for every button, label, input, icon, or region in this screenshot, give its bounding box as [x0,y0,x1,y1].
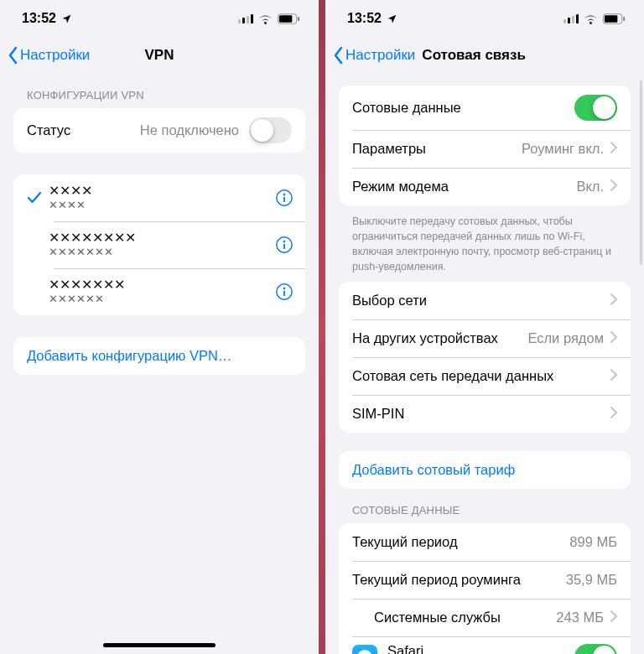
other-devices-value: Если рядом [527,330,604,346]
cellular-data-row[interactable]: Сотовые данные [339,86,631,130]
svg-rect-14 [623,17,625,21]
network-card: Выбор сети На других устройствах Если ря… [339,282,631,433]
hotspot-label: Режим модема [352,179,449,195]
chevron-right-icon [610,141,617,157]
vpn-config-server: ✕✕✕✕ [49,200,273,212]
svg-rect-5 [283,197,285,202]
sim-pin-row[interactable]: SIM-PIN [339,395,631,433]
page-title: Сотовая связь [422,47,526,64]
network-selection-row[interactable]: Выбор сети [339,282,631,319]
nav-bar: Настройки VPN [0,37,319,74]
cellular-options-row[interactable]: Параметры Роуминг вкл. [339,130,631,168]
status-row: Статус Не подключено [13,108,305,153]
options-value: Роуминг вкл. [522,141,604,157]
nav-bar: Настройки Сотовая связь [325,37,644,74]
battery-icon [603,13,626,24]
scroll-indicator[interactable] [640,80,642,265]
cellular-main-card: Сотовые данные Параметры Роуминг вкл. Ре… [339,86,631,205]
app-name: Safari [387,643,425,655]
hotspot-value: Вкл. [576,179,604,195]
vpn-config-name: ✕✕✕✕✕✕✕✕ [49,231,273,246]
wifi-icon [258,13,273,24]
app-safari-toggle[interactable] [574,644,617,654]
system-services-row[interactable]: Системные службы 243 МБ [339,599,631,636]
info-icon [275,189,293,207]
system-services-label: Системные службы [352,610,556,625]
chevron-right-icon [610,406,617,422]
add-vpn-config-label: Добавить конфигурацию VPN… [27,348,231,364]
cellular-data-toggle[interactable] [574,95,617,121]
status-time: 13:52 [22,11,56,26]
other-devices-label: На других устройствах [352,330,498,346]
info-button[interactable] [273,281,295,303]
back-button[interactable]: Настройки [332,46,415,65]
signal-bars-icon [238,14,253,23]
add-vpn-config-button[interactable]: Добавить конфигурацию VPN… [13,337,305,375]
usage-card: Текущий период 899 МБ Текущий период роу… [339,523,631,655]
status-card: Статус Не подключено [13,108,305,153]
other-devices-row[interactable]: На других устройствах Если рядом [339,319,631,357]
group-header-usage: СОТОВЫЕ ДАННЫЕ [325,489,644,523]
roaming-period-row: Текущий период роуминга 35,9 МБ [339,561,631,599]
vpn-configs-card: ✕✕✕✕ ✕✕✕✕ ✕✕✕✕✕✕✕✕ ✕✕✕✕✕✕✕ ✕✕✕✕✕✕✕ ✕✕✕✕✕… [13,174,305,315]
vpn-config-name: ✕✕✕✕✕✕✕ [49,278,273,293]
hotspot-row[interactable]: Режим модема Вкл. [339,168,631,205]
status-bar: 13:52 [325,0,644,37]
svg-point-10 [283,288,286,290]
back-button[interactable]: Настройки [7,46,90,65]
location-icon [387,13,397,24]
vpn-status-toggle[interactable] [249,117,292,143]
vpn-config-row[interactable]: ✕✕✕✕✕✕✕✕ ✕✕✕✕✕✕✕ [13,221,305,268]
add-plan-button[interactable]: Добавить сотовый тариф [339,451,631,489]
battery-icon [278,13,300,24]
chevron-right-icon [610,179,617,195]
back-label: Настройки [20,47,90,64]
info-button[interactable] [273,234,295,256]
status-label: Статус [27,122,70,138]
cellular-network-label: Сотовая сеть передачи данных [352,368,553,384]
current-period-row: Текущий период 899 МБ [339,523,631,561]
sim-pin-label: SIM-PIN [352,406,404,422]
signal-bars-icon [564,14,579,23]
chevron-left-icon [332,46,344,65]
location-icon [61,13,72,24]
app-safari-row[interactable]: Safari 233 МБ [339,636,631,655]
svg-point-7 [283,241,286,243]
network-selection-label: Выбор сети [352,293,427,309]
home-indicator[interactable] [103,643,216,647]
current-period-value: 899 МБ [569,534,617,550]
vpn-config-server: ✕✕✕✕✕✕ [49,293,273,306]
status-time: 13:52 [347,11,382,26]
cellular-data-label: Сотовые данные [352,100,461,116]
vpn-config-server: ✕✕✕✕✕✕✕ [49,247,273,259]
cellular-network-row[interactable]: Сотовая сеть передачи данных [339,357,631,395]
screen-vpn: 13:52 Настройки VPN КОНФИГУРАЦИИ VPN Ста… [0,0,319,654]
roaming-period-value: 35,9 МБ [566,572,617,588]
add-plan-label: Добавить сотовый тариф [352,462,515,478]
vpn-config-row[interactable]: ✕✕✕✕✕✕✕ ✕✕✕✕✕✕ [13,268,305,315]
svg-rect-1 [279,15,292,23]
svg-rect-11 [283,291,285,296]
chevron-left-icon [7,46,18,65]
chevron-right-icon [610,293,617,309]
chevron-right-icon [610,368,617,384]
safari-icon [352,645,377,655]
svg-rect-2 [298,17,299,21]
info-button[interactable] [273,187,295,209]
status-value: Не подключено [140,122,239,138]
footnote-text: Выключите передачу сотовых данных, чтобы… [325,205,644,282]
chevron-right-icon [610,610,617,625]
vpn-config-name: ✕✕✕✕ [49,184,273,199]
screen-cellular: 13:52 Настройки Сотовая связь Сотовые да… [325,0,644,654]
wifi-icon [584,13,598,24]
checkmark-icon [27,191,49,205]
system-services-value: 243 МБ [556,610,604,625]
info-icon [275,236,293,254]
status-bar: 13:52 [0,0,319,37]
options-label: Параметры [352,141,426,157]
info-icon [275,283,293,301]
svg-rect-13 [605,15,617,23]
add-plan-card: Добавить сотовый тариф [339,451,631,489]
add-config-card: Добавить конфигурацию VPN… [13,337,305,375]
vpn-config-row[interactable]: ✕✕✕✕ ✕✕✕✕ [13,174,305,221]
